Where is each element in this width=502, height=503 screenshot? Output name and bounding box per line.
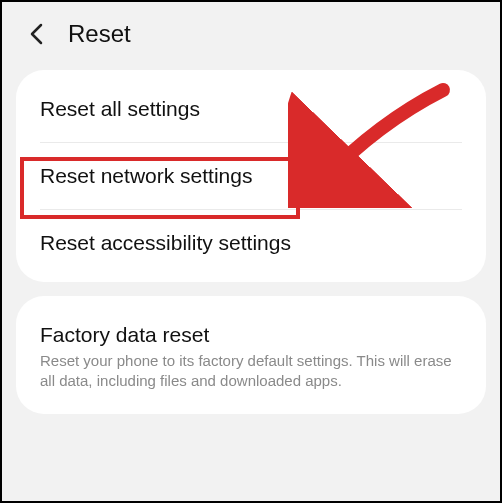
list-item-title: Factory data reset — [40, 323, 462, 347]
reset-all-settings[interactable]: Reset all settings — [16, 76, 486, 142]
list-item-subtitle: Reset your phone to its factory default … — [40, 351, 462, 392]
back-button[interactable] — [22, 20, 50, 48]
page-title: Reset — [68, 20, 131, 48]
list-item-title: Reset accessibility settings — [40, 231, 462, 255]
factory-data-reset[interactable]: Factory data reset Reset your phone to i… — [16, 302, 486, 408]
reset-options-card: Reset all settings Reset network setting… — [16, 70, 486, 282]
reset-network-settings[interactable]: Reset network settings — [16, 143, 486, 209]
header: Reset — [2, 2, 500, 60]
factory-reset-card: Factory data reset Reset your phone to i… — [16, 296, 486, 414]
reset-accessibility-settings[interactable]: Reset accessibility settings — [16, 210, 486, 276]
list-item-title: Reset all settings — [40, 97, 462, 121]
list-item-title: Reset network settings — [40, 164, 462, 188]
chevron-left-icon — [29, 23, 43, 45]
